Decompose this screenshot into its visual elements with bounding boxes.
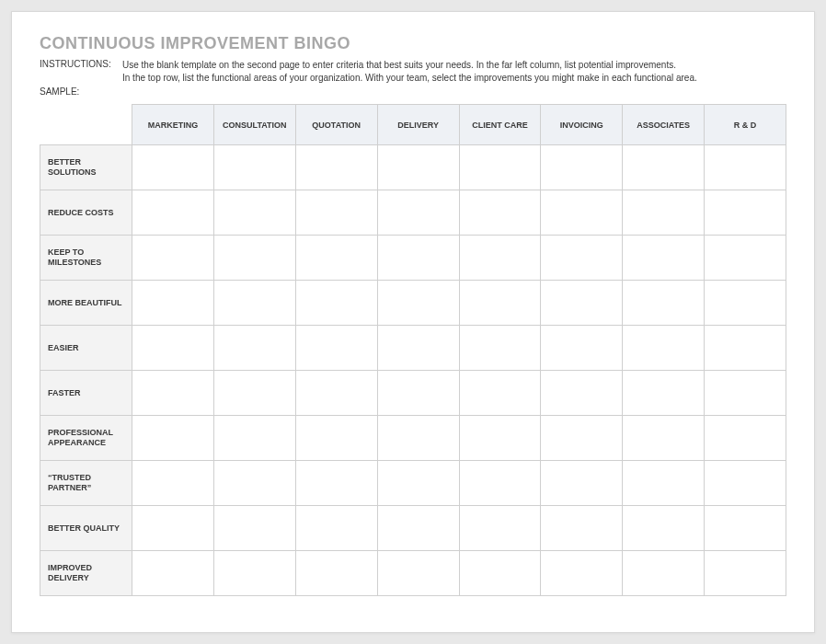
table-row: BETTER QUALITY (40, 506, 786, 551)
cell (213, 236, 295, 281)
cell (377, 461, 459, 506)
cell (213, 371, 295, 416)
cell (623, 551, 705, 596)
table-row: “TRUSTED PARTNER” (40, 461, 786, 506)
cell (377, 145, 459, 190)
page-title: CONTINUOUS IMPROVEMENT BINGO (40, 34, 786, 53)
table-row: IMPROVED DELIVERY (40, 551, 786, 596)
cell (541, 281, 623, 326)
cell (459, 281, 541, 326)
cell (295, 190, 377, 236)
instructions-line1: Use the blank template on the second pag… (122, 60, 676, 70)
bingo-table-wrap: MARKETING CONSULTATION QUOTATION DELIVER… (40, 104, 786, 614)
cell (377, 416, 459, 461)
cell (213, 326, 295, 371)
cell (295, 416, 377, 461)
table-row: REDUCE COSTS (40, 190, 786, 236)
col-header: CLIENT CARE (459, 105, 541, 145)
bingo-table: MARKETING CONSULTATION QUOTATION DELIVER… (40, 104, 786, 596)
cell (295, 326, 377, 371)
col-header: QUOTATION (295, 105, 377, 145)
col-header: INVOICING (541, 105, 623, 145)
cell (377, 326, 459, 371)
cell (459, 371, 541, 416)
cell (541, 236, 623, 281)
cell (459, 190, 541, 236)
cell (623, 461, 705, 506)
instructions-row: INSTRUCTIONS: Use the blank template on … (40, 59, 786, 85)
table-row: MORE BEAUTIFUL (40, 281, 786, 326)
cell (132, 190, 214, 236)
cell (213, 416, 295, 461)
cell (541, 326, 623, 371)
cell (459, 461, 541, 506)
cell (295, 506, 377, 551)
cell (705, 416, 786, 461)
cell (541, 506, 623, 551)
cell (377, 236, 459, 281)
cell (377, 506, 459, 551)
document-page: CONTINUOUS IMPROVEMENT BINGO INSTRUCTION… (11, 11, 815, 633)
table-row: KEEP TO MILESTONES (40, 236, 786, 281)
table-row: BETTER SOLUTIONS (40, 145, 786, 190)
cell (132, 416, 214, 461)
cell (459, 551, 541, 596)
table-body: BETTER SOLUTIONS REDUCE COSTS KEEP TO MI… (40, 145, 786, 596)
cell (705, 371, 786, 416)
col-header: MARKETING (132, 105, 214, 145)
cell (377, 371, 459, 416)
cell (623, 281, 705, 326)
cell (132, 371, 214, 416)
sample-row: SAMPLE: (40, 86, 786, 97)
cell (377, 190, 459, 236)
cell (295, 281, 377, 326)
cell (623, 236, 705, 281)
cell (541, 371, 623, 416)
cell (213, 145, 295, 190)
cell (541, 190, 623, 236)
sample-label: SAMPLE: (40, 86, 122, 97)
cell (705, 236, 786, 281)
cell (705, 145, 786, 190)
row-header: FASTER (40, 371, 132, 416)
cell (541, 145, 623, 190)
cell (377, 551, 459, 596)
table-corner-cell (40, 105, 132, 145)
cell (705, 190, 786, 236)
row-header: BETTER QUALITY (40, 506, 132, 551)
cell (295, 461, 377, 506)
cell (132, 461, 214, 506)
col-header: DELIVERY (377, 105, 459, 145)
cell (295, 145, 377, 190)
cell (132, 236, 214, 281)
table-row: PROFESSIONAL APPEARANCE (40, 416, 786, 461)
row-header: REDUCE COSTS (40, 190, 132, 236)
cell (459, 236, 541, 281)
cell (459, 506, 541, 551)
cell (132, 506, 214, 551)
cell (623, 326, 705, 371)
instructions-label: INSTRUCTIONS: (40, 59, 122, 85)
cell (541, 551, 623, 596)
col-header: R & D (705, 105, 786, 145)
cell (623, 145, 705, 190)
cell (132, 281, 214, 326)
cell (541, 416, 623, 461)
cell (213, 506, 295, 551)
row-header: EASIER (40, 326, 132, 371)
row-header: “TRUSTED PARTNER” (40, 461, 132, 506)
cell (623, 416, 705, 461)
col-header: ASSOCIATES (623, 105, 705, 145)
row-header: MORE BEAUTIFUL (40, 281, 132, 326)
row-header: IMPROVED DELIVERY (40, 551, 132, 596)
cell (705, 461, 786, 506)
cell (132, 326, 214, 371)
cell (459, 326, 541, 371)
cell (295, 551, 377, 596)
instructions-line2: In the top row, list the functional area… (122, 73, 697, 83)
cell (459, 145, 541, 190)
cell (132, 551, 214, 596)
row-header: BETTER SOLUTIONS (40, 145, 132, 190)
cell (132, 145, 214, 190)
cell (623, 506, 705, 551)
